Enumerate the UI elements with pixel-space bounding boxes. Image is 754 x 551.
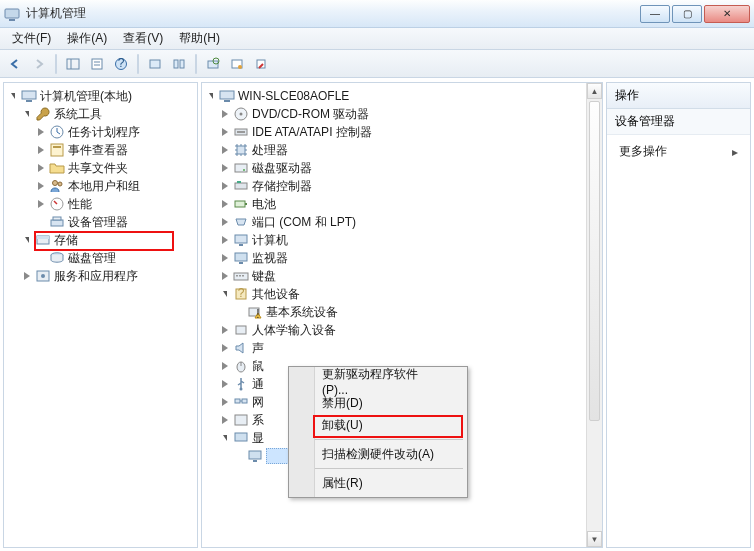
device-other[interactable]: ?其他设备 xyxy=(204,285,600,303)
clock-icon xyxy=(49,124,65,140)
close-button[interactable]: ✕ xyxy=(704,5,750,23)
window: 计算机管理 — ▢ ✕ 文件(F) 操作(A) 查看(V) 帮助(H) ? 计算… xyxy=(0,0,754,551)
device-dvd[interactable]: DVD/CD-ROM 驱动器 xyxy=(204,105,600,123)
device-cpu[interactable]: 处理器 xyxy=(204,141,600,159)
toolbar-button[interactable] xyxy=(250,53,272,75)
device-ide[interactable]: IDE ATA/ATAPI 控制器 xyxy=(204,123,600,141)
highlight-device-manager xyxy=(34,231,174,251)
shared-folder-icon xyxy=(49,160,65,176)
svg-rect-25 xyxy=(51,220,63,226)
svg-rect-42 xyxy=(237,181,241,183)
svg-point-15 xyxy=(238,65,242,69)
ctx-scan-hardware[interactable]: 扫描检测硬件改动(A) xyxy=(292,443,464,465)
back-button[interactable] xyxy=(4,53,26,75)
svg-rect-1 xyxy=(9,19,15,21)
svg-rect-64 xyxy=(235,415,247,425)
device-monitor[interactable]: 监视器 xyxy=(204,249,600,267)
scan-hardware-button[interactable] xyxy=(202,53,224,75)
svg-point-35 xyxy=(240,113,243,116)
device-base-sys[interactable]: !基本系统设备 xyxy=(204,303,600,321)
context-menu[interactable]: 更新驱动程序软件(P)... 禁用(D) 卸载(U) 扫描检测硬件改动(A) 属… xyxy=(288,366,468,498)
tree-root[interactable]: 计算机管理(本地) xyxy=(6,87,195,105)
svg-rect-48 xyxy=(239,262,243,264)
toolbar-button[interactable] xyxy=(226,53,248,75)
svg-rect-62 xyxy=(242,399,247,403)
right-pane: 操作 设备管理器 更多操作 ▸ xyxy=(606,82,751,548)
left-tree[interactable]: 计算机管理(本地) 系统工具 任务计划程序 事件查看器 共享文件夹 本地用户和组… xyxy=(4,83,197,547)
scroll-down-button[interactable]: ▼ xyxy=(587,531,602,547)
tree-services-apps[interactable]: 服务和应用程序 xyxy=(6,267,195,285)
hid-icon xyxy=(233,322,249,338)
maximize-button[interactable]: ▢ xyxy=(672,5,702,23)
svg-rect-17 xyxy=(22,91,36,99)
svg-rect-26 xyxy=(53,217,61,220)
svg-rect-0 xyxy=(5,9,19,18)
menu-file[interactable]: 文件(F) xyxy=(4,28,59,49)
chevron-right-icon: ▸ xyxy=(732,145,738,159)
view-mode-2-button[interactable] xyxy=(168,53,190,75)
perf-icon xyxy=(49,196,65,212)
tree-event-viewer[interactable]: 事件查看器 xyxy=(6,141,195,159)
svg-rect-32 xyxy=(220,91,234,99)
show-hide-tree-button[interactable] xyxy=(62,53,84,75)
device-sound[interactable]: 声 xyxy=(204,339,600,357)
svg-rect-66 xyxy=(249,451,261,459)
svg-point-40 xyxy=(243,169,245,171)
window-title: 计算机管理 xyxy=(26,5,86,22)
svg-text:!: ! xyxy=(256,307,259,321)
highlight-uninstall xyxy=(313,415,463,438)
svg-rect-21 xyxy=(53,146,61,148)
computer-icon xyxy=(219,88,235,104)
warning-device-icon: ! xyxy=(247,304,263,320)
device-storage-ctrl[interactable]: 存储控制器 xyxy=(204,177,600,195)
menu-action[interactable]: 操作(A) xyxy=(59,28,115,49)
dvd-icon xyxy=(233,106,249,122)
titlebar[interactable]: 计算机管理 — ▢ ✕ xyxy=(0,0,754,28)
svg-rect-43 xyxy=(235,201,245,207)
minimize-button[interactable]: — xyxy=(640,5,670,23)
svg-rect-52 xyxy=(242,275,244,277)
toolbar: ? xyxy=(0,50,754,78)
tree-shared-folders[interactable]: 共享文件夹 xyxy=(6,159,195,177)
menu-help[interactable]: 帮助(H) xyxy=(171,28,228,49)
device-battery[interactable]: 电池 xyxy=(204,195,600,213)
device-mgr-icon xyxy=(49,214,65,230)
more-actions-link[interactable]: 更多操作 ▸ xyxy=(607,135,750,168)
mouse-icon xyxy=(233,358,249,374)
device-tree[interactable]: WIN-SLCE08AOFLE DVD/CD-ROM 驱动器 IDE ATA/A… xyxy=(202,83,602,547)
window-buttons: — ▢ ✕ xyxy=(638,5,750,23)
svg-rect-18 xyxy=(26,100,32,102)
scrollbar[interactable]: ▲ ▼ xyxy=(586,83,602,547)
ctx-properties[interactable]: 属性(R) xyxy=(292,472,464,494)
menu-view[interactable]: 查看(V) xyxy=(115,28,171,49)
tree-performance[interactable]: 性能 xyxy=(6,195,195,213)
tree-task-scheduler[interactable]: 任务计划程序 xyxy=(6,123,195,141)
device-hid[interactable]: 人体学输入设备 xyxy=(204,321,600,339)
scroll-thumb[interactable] xyxy=(589,101,600,421)
svg-rect-2 xyxy=(67,59,79,69)
device-computer[interactable]: 计算机 xyxy=(204,231,600,249)
device-disk-drives[interactable]: 磁盘驱动器 xyxy=(204,159,600,177)
tree-local-users[interactable]: 本地用户和组 xyxy=(6,177,195,195)
wrench-icon xyxy=(35,106,51,122)
ctx-separator xyxy=(293,468,463,469)
device-host[interactable]: WIN-SLCE08AOFLE xyxy=(204,87,600,105)
svg-rect-51 xyxy=(239,275,241,277)
svg-rect-38 xyxy=(237,146,245,154)
tree-systools[interactable]: 系统工具 xyxy=(6,105,195,123)
ctx-update-driver[interactable]: 更新驱动程序软件(P)... xyxy=(292,370,464,392)
tree-device-manager[interactable]: 设备管理器 xyxy=(6,213,195,231)
svg-rect-10 xyxy=(174,60,178,68)
display-adapter-icon xyxy=(247,448,263,464)
svg-rect-4 xyxy=(92,59,102,69)
scroll-up-button[interactable]: ▲ xyxy=(587,83,602,99)
view-mode-1-button[interactable] xyxy=(144,53,166,75)
help-button[interactable]: ? xyxy=(110,53,132,75)
device-keyboard[interactable]: 键盘 xyxy=(204,267,600,285)
tree-disk-mgmt[interactable]: 磁盘管理 xyxy=(6,249,195,267)
properties-button[interactable] xyxy=(86,53,108,75)
hdd-icon xyxy=(233,160,249,176)
device-ports[interactable]: 端口 (COM 和 LPT) xyxy=(204,213,600,231)
forward-button[interactable] xyxy=(28,53,50,75)
svg-rect-50 xyxy=(236,275,238,277)
